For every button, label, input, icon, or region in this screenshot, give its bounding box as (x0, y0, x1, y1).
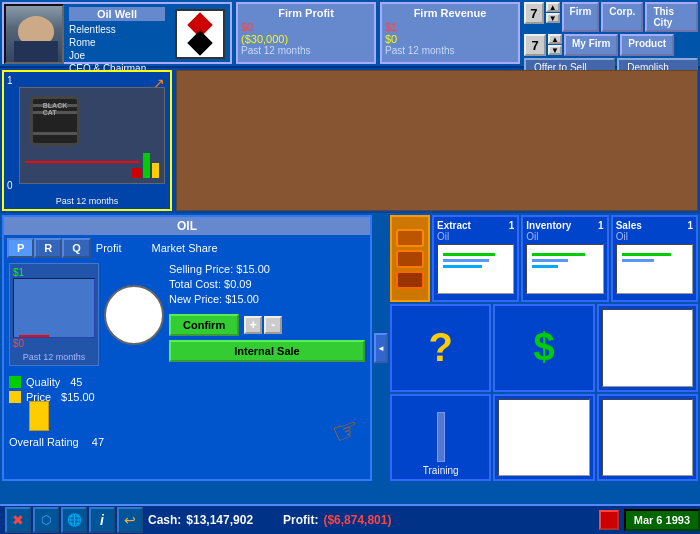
dollar-sign-icon: $ (533, 326, 554, 369)
barrel-2 (396, 250, 424, 268)
training-bar (437, 412, 445, 462)
status-icon-back[interactable]: ↩ (117, 507, 143, 533)
character-panel: Oil Well Relentless Rome Joe CEO & Chair… (2, 2, 232, 64)
red-indicator (599, 510, 619, 530)
status-icon-info[interactable]: i (89, 507, 115, 533)
profit-sublabel: Past 12 months (13, 352, 95, 362)
side-arrow-btn[interactable]: ◄ (374, 333, 388, 363)
char-title: Oil Well (69, 7, 165, 21)
profit-tab-label: Profit (91, 239, 127, 257)
firm-revenue-title: Firm Revenue (385, 7, 515, 19)
oil-title: OIL (4, 217, 370, 235)
sales-section: Sales 1 Oil (611, 215, 698, 302)
chart-area: BLACKCAT (19, 87, 165, 184)
quality-row: Quality 45 (9, 376, 365, 388)
nav-num2: 7 (524, 34, 546, 56)
bot-row: Training (390, 394, 698, 481)
date-display: Mar 6 1993 (624, 509, 700, 531)
nav-down-2[interactable]: ▼ (548, 45, 562, 55)
profit-label: Profit: (283, 513, 318, 527)
info-icon: i (100, 512, 104, 528)
status-text-area: Cash: $13,147,902 Profit: ($6,874,801) (148, 513, 594, 527)
firm-revenue-sublabel: Past 12 months (385, 45, 515, 56)
status-icon-2[interactable]: ⬡ (33, 507, 59, 533)
inventory-content (526, 244, 603, 294)
extract-product: Oil (437, 231, 514, 242)
barrel-column (390, 215, 430, 302)
nav-up-1[interactable]: ▲ (546, 2, 560, 12)
profit-value: ($6,874,801) (323, 513, 391, 527)
back-icon: ↩ (124, 512, 136, 528)
profit-top-val: $1 (13, 267, 95, 278)
product-btn[interactable]: Product (620, 34, 674, 56)
nav-num1: 7 (524, 2, 544, 24)
firm-profit-sublabel: Past 12 months (241, 45, 371, 56)
quality-icon (9, 376, 21, 388)
extract-title: Extract 1 (437, 220, 514, 231)
corp-btn[interactable]: Corp. (601, 2, 643, 32)
sales-product: Oil (616, 231, 693, 242)
extract-section: Extract 1 Oil (432, 215, 519, 302)
tab-p[interactable]: P (7, 238, 34, 258)
market-share-chart (104, 263, 164, 366)
firm-profit-value2: ($30,000) (241, 33, 371, 45)
map-icon: ⬡ (41, 513, 51, 527)
sales-title: Sales 1 (616, 220, 693, 231)
internal-sale-button[interactable]: Internal Sale (169, 340, 365, 362)
status-icon-1[interactable]: ✖ (5, 507, 31, 533)
profit-mini-chart: $1 $0 Past 12 months (9, 263, 99, 366)
sales-content (616, 244, 693, 294)
status-bar: ✖ ⬡ 🌐 i ↩ Cash: $13,147,902 Profit: ($6,… (0, 504, 700, 534)
empty-content-3 (602, 399, 693, 476)
barrel-3 (396, 271, 424, 289)
extract-content (437, 244, 514, 294)
inventory-product: Oil (526, 231, 603, 242)
nav-arrows-2: ▲ ▼ (548, 34, 562, 56)
status-icon-3[interactable]: 🌐 (61, 507, 87, 533)
chart-bot-num: 0 (7, 180, 13, 191)
side-arrow-panel: ◄ (374, 213, 388, 483)
minus-btn[interactable]: - (264, 316, 282, 334)
nav-arrows-1: ▲ ▼ (546, 2, 560, 32)
nav-down-1[interactable]: ▼ (546, 13, 560, 23)
globe-icon: 🌐 (67, 513, 82, 527)
this-city-btn[interactable]: This City (645, 2, 698, 32)
wrench-icon: ✖ (12, 512, 24, 528)
my-firm-btn[interactable]: My Firm (564, 34, 618, 56)
confirm-button[interactable]: Confirm (169, 314, 239, 336)
market-share-label: Market Share (147, 239, 223, 257)
firm-profit-title: Firm Profit (241, 7, 371, 19)
plus-btn[interactable]: + (244, 316, 262, 334)
mid-row: ? $ (390, 304, 698, 391)
chart-top-num: 1 (7, 75, 13, 86)
chart-label: Past 12 months (4, 196, 170, 206)
pie-chart (104, 285, 164, 345)
empty-content-2 (498, 399, 589, 476)
inventory-section: Inventory 1 Oil (521, 215, 608, 302)
empty-cell-1 (597, 304, 698, 391)
dollar-cell: $ (493, 304, 594, 391)
pricing-area: Selling Price: $15.00 Total Cost: $0.09 … (169, 263, 365, 366)
right-side-content: Extract 1 Oil Inventory 1 (388, 213, 700, 483)
cash-value: $13,147,902 (186, 513, 253, 527)
oil-attributes: Quality 45 Price $15.00 Overall Rating 4… (4, 371, 370, 453)
rating-area: Overall Rating 47 (9, 436, 365, 448)
question-cell: ? (390, 304, 491, 391)
selling-price-row: Selling Price: $15.00 (169, 263, 365, 275)
firm-logo (175, 9, 225, 59)
empty-cell-2 (493, 394, 594, 481)
training-label: Training (423, 465, 459, 476)
firm-revenue-value1: $1 (385, 21, 515, 33)
empty-content-1 (602, 309, 693, 386)
brown-panel (176, 70, 698, 211)
top-row: Extract 1 Oil Inventory 1 (390, 215, 698, 302)
avatar (4, 4, 64, 64)
nav-up-2[interactable]: ▲ (548, 34, 562, 44)
firm-btn[interactable]: Firm (562, 2, 600, 32)
tab-q[interactable]: Q (62, 238, 91, 258)
profit-chart-area (13, 278, 95, 338)
char-info: Oil Well Relentless Rome Joe CEO & Chair… (64, 4, 170, 62)
tab-r[interactable]: R (34, 238, 62, 258)
question-mark-icon: ? (428, 325, 452, 370)
char-name: Relentless Rome Joe CEO & Chairman (69, 23, 165, 75)
